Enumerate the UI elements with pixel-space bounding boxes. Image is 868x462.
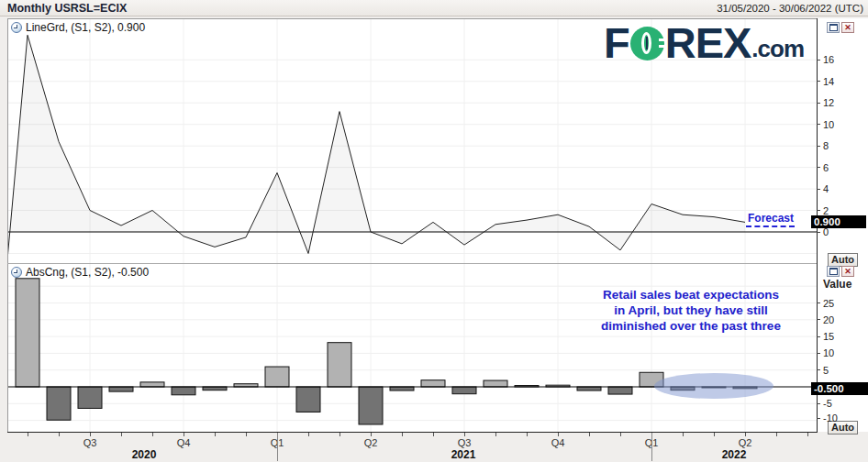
- abs-change-bar: [452, 387, 476, 394]
- y-axis-tick: [817, 124, 820, 125]
- pane2-legend-label: AbsCng, (S1, S2), -0.500: [26, 266, 149, 279]
- pane2-close-button[interactable]: [841, 266, 854, 277]
- x-axis-year-label: 2020: [124, 448, 164, 461]
- y-axis-tick: [817, 232, 820, 233]
- y-axis-tick-label: 25: [823, 298, 834, 309]
- pane1-current-value-badge: 0.900: [811, 215, 866, 228]
- forecast-dashed-line: [746, 226, 795, 227]
- abs-change-bar: [47, 387, 71, 420]
- forex-com-logo: F REX .com: [604, 24, 804, 62]
- y-axis-tick-label: 5: [823, 365, 829, 376]
- x-axis-quarter-label: Q2: [729, 437, 761, 448]
- y-axis-tick: [817, 189, 820, 190]
- x-axis-quarter-label: Q3: [449, 437, 480, 448]
- x-axis-tick: [745, 433, 746, 436]
- y-axis-tick-label: 10: [823, 119, 834, 130]
- pane1-auto-scale-button[interactable]: Auto: [828, 253, 858, 267]
- abs-change-bar: [203, 387, 227, 390]
- abs-change-bar: [172, 387, 195, 395]
- pane2-restore-button[interactable]: [827, 266, 840, 277]
- y-axis-tick-label: 15: [823, 331, 834, 342]
- x-axis-quarter-label: Q4: [542, 437, 573, 448]
- abs-change-bar: [577, 387, 601, 390]
- y-axis-tick: [817, 146, 820, 147]
- x-axis-line: [7, 432, 818, 433]
- pane1-restore-button[interactable]: [827, 22, 840, 33]
- abs-change-bar: [328, 343, 351, 387]
- forecast-label: Forecast: [748, 212, 794, 225]
- abs-change-bar: [390, 387, 414, 390]
- abs-change-bar: [608, 387, 632, 394]
- y-axis-tick: [817, 353, 820, 354]
- y-axis-tick: [817, 60, 820, 60]
- y-axis-tick: [817, 103, 820, 104]
- abs-change-bar: [109, 387, 133, 391]
- y-axis-tick-label: 16: [823, 54, 834, 65]
- x-axis-tick: [433, 433, 434, 436]
- x-axis-tick: [495, 433, 496, 436]
- title-bar: Monthly USRSL=ECIX 31/05/2020 - 30/06/20…: [0, 0, 868, 16]
- x-axis-tick: [308, 433, 309, 436]
- y-axis-tick-label: -10: [823, 412, 838, 424]
- pane2-legend[interactable]: AbsCng, (S1, S2), -0.500: [11, 266, 149, 279]
- annotation-line: diminished over the past three: [571, 318, 811, 334]
- value-axis-title: Value: [823, 278, 851, 291]
- y-axis-tick-label: 20: [823, 314, 834, 325]
- date-range: 31/05/2020 - 30/06/2022 (UTC): [717, 3, 863, 14]
- y-axis-tick: [817, 369, 820, 370]
- y-axis-tick-label: 0: [823, 226, 829, 237]
- y-axis-tick: [817, 167, 820, 168]
- pane1-legend[interactable]: LineGrd, (S1, S2), 0.900: [11, 21, 145, 34]
- x-axis-tick: [683, 433, 684, 436]
- logo-o-icon: [630, 27, 664, 60]
- x-axis-tick: [90, 433, 91, 436]
- logo-o-notch: [659, 38, 666, 41]
- abs-change-bar: [140, 382, 164, 387]
- interval-clock-icon[interactable]: [11, 267, 22, 278]
- x-axis-tick: [714, 433, 715, 436]
- x-axis-year-label: 2022: [714, 448, 754, 461]
- x-axis-tick: [339, 433, 340, 436]
- year-separator-line: [651, 433, 652, 461]
- analyst-annotation: Retail sales beat expectations in April,…: [571, 287, 811, 334]
- abs-change-bar: [421, 380, 445, 387]
- y-axis-tick: [817, 418, 820, 419]
- x-axis-tick: [807, 433, 808, 436]
- abs-change-bar: [265, 367, 289, 387]
- abs-change-bar: [296, 387, 320, 412]
- x-axis-quarter-label: Q4: [168, 437, 199, 448]
- x-axis-tick: [152, 433, 153, 436]
- abs-change-bar: [484, 380, 507, 387]
- abs-change-bar: [671, 387, 695, 390]
- logo-o-notch: [659, 45, 666, 48]
- abs-change-bar: [78, 387, 102, 408]
- y-axis-tick: [817, 81, 820, 82]
- x-axis-quarter-label: Q2: [355, 437, 386, 448]
- y-axis-tick-label: 6: [823, 162, 829, 173]
- abs-change-bar: [16, 279, 39, 387]
- pane1-close-button[interactable]: [841, 22, 854, 33]
- annotation-line: in April, but they have still: [571, 302, 811, 318]
- x-axis-tick: [776, 433, 777, 436]
- year-separator-line: [277, 433, 278, 461]
- x-axis-tick: [28, 433, 28, 436]
- y-axis-tick: [817, 403, 820, 404]
- y-axis-tick: [817, 210, 820, 211]
- y-axis-tick-label: 14: [823, 76, 834, 87]
- pane-left-border: [7, 18, 8, 432]
- y-axis-tick-label: -5: [823, 398, 832, 409]
- x-axis-tick: [121, 433, 122, 436]
- interval-clock-icon[interactable]: [11, 22, 22, 33]
- pane1-legend-label: LineGrd, (S1, S2), 0.900: [26, 21, 145, 34]
- y-axis-tick: [817, 336, 820, 337]
- y-axis-tick-label: 2: [823, 205, 829, 216]
- logo-dot-com: .com: [751, 35, 804, 62]
- pane-separator[interactable]: [7, 263, 817, 264]
- y-axis-tick-label: 12: [823, 97, 834, 108]
- x-axis-tick: [402, 433, 403, 436]
- x-axis-tick: [184, 433, 184, 436]
- y-axis-tick-label: 4: [823, 183, 829, 194]
- x-axis-tick: [620, 433, 621, 436]
- x-axis-tick: [558, 433, 559, 436]
- x-axis-quarter-label: Q3: [74, 437, 106, 448]
